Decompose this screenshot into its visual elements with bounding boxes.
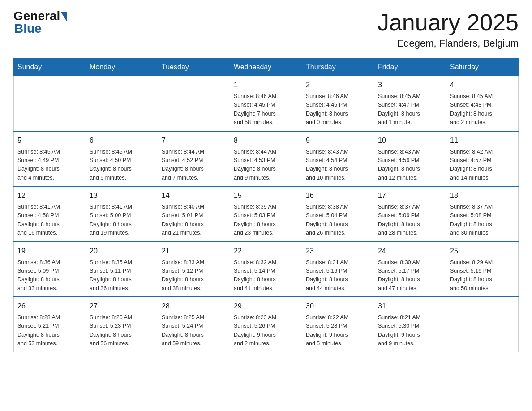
logo: General Blue bbox=[13, 9, 67, 36]
calendar-day-cell: 22Sunrise: 8:32 AM Sunset: 5:14 PM Dayli… bbox=[230, 242, 302, 297]
calendar-day-cell: 17Sunrise: 8:37 AM Sunset: 5:06 PM Dayli… bbox=[374, 186, 446, 242]
day-info: Sunrise: 8:32 AM Sunset: 5:14 PM Dayligh… bbox=[234, 258, 298, 293]
calendar-day-cell bbox=[446, 297, 519, 352]
calendar-day-cell: 18Sunrise: 8:37 AM Sunset: 5:08 PM Dayli… bbox=[446, 186, 519, 242]
day-info: Sunrise: 8:45 AM Sunset: 4:49 PM Dayligh… bbox=[17, 148, 82, 183]
day-number: 31 bbox=[378, 301, 442, 312]
calendar-day-cell: 20Sunrise: 8:35 AM Sunset: 5:11 PM Dayli… bbox=[86, 242, 158, 297]
day-info: Sunrise: 8:44 AM Sunset: 4:52 PM Dayligh… bbox=[162, 148, 226, 183]
day-info: Sunrise: 8:39 AM Sunset: 5:03 PM Dayligh… bbox=[234, 203, 298, 238]
day-number: 18 bbox=[450, 190, 515, 201]
calendar-week-row: 1Sunrise: 8:46 AM Sunset: 4:45 PM Daylig… bbox=[14, 76, 519, 131]
calendar-day-cell: 4Sunrise: 8:45 AM Sunset: 4:48 PM Daylig… bbox=[446, 76, 519, 131]
calendar-day-cell: 25Sunrise: 8:29 AM Sunset: 5:19 PM Dayli… bbox=[446, 242, 519, 297]
calendar-day-cell: 26Sunrise: 8:28 AM Sunset: 5:21 PM Dayli… bbox=[14, 297, 86, 352]
day-number: 5 bbox=[17, 135, 82, 146]
calendar-day-cell: 14Sunrise: 8:40 AM Sunset: 5:01 PM Dayli… bbox=[158, 186, 230, 242]
calendar-day-cell: 24Sunrise: 8:30 AM Sunset: 5:17 PM Dayli… bbox=[374, 242, 446, 297]
day-number: 20 bbox=[90, 246, 154, 257]
calendar-day-cell: 23Sunrise: 8:31 AM Sunset: 5:16 PM Dayli… bbox=[302, 242, 374, 297]
calendar-week-row: 19Sunrise: 8:36 AM Sunset: 5:09 PM Dayli… bbox=[14, 242, 519, 297]
calendar-day-header: Saturday bbox=[446, 59, 519, 76]
calendar-day-cell: 29Sunrise: 8:23 AM Sunset: 5:26 PM Dayli… bbox=[230, 297, 302, 352]
calendar-day-cell bbox=[14, 76, 86, 131]
logo-triangle-icon bbox=[61, 12, 67, 22]
day-number: 21 bbox=[162, 246, 226, 257]
calendar-day-cell: 6Sunrise: 8:45 AM Sunset: 4:50 PM Daylig… bbox=[86, 131, 158, 187]
day-number: 16 bbox=[306, 190, 370, 201]
calendar-day-cell bbox=[86, 76, 158, 131]
location-text: Edegem, Flanders, Belgium bbox=[378, 38, 519, 49]
day-info: Sunrise: 8:28 AM Sunset: 5:21 PM Dayligh… bbox=[17, 313, 82, 348]
day-number: 30 bbox=[306, 301, 370, 312]
day-number: 3 bbox=[378, 80, 442, 90]
day-info: Sunrise: 8:40 AM Sunset: 5:01 PM Dayligh… bbox=[162, 203, 226, 238]
day-info: Sunrise: 8:38 AM Sunset: 5:04 PM Dayligh… bbox=[306, 203, 370, 238]
day-info: Sunrise: 8:26 AM Sunset: 5:23 PM Dayligh… bbox=[90, 313, 154, 348]
calendar-day-cell: 12Sunrise: 8:41 AM Sunset: 4:58 PM Dayli… bbox=[14, 186, 86, 242]
day-info: Sunrise: 8:45 AM Sunset: 4:50 PM Dayligh… bbox=[90, 148, 154, 183]
calendar-day-cell: 16Sunrise: 8:38 AM Sunset: 5:04 PM Dayli… bbox=[302, 186, 374, 242]
day-number: 14 bbox=[162, 190, 226, 201]
day-number: 26 bbox=[17, 301, 82, 312]
calendar-table: SundayMondayTuesdayWednesdayThursdayFrid… bbox=[13, 58, 519, 352]
calendar-day-cell: 7Sunrise: 8:44 AM Sunset: 4:52 PM Daylig… bbox=[158, 131, 230, 187]
calendar-header-row: SundayMondayTuesdayWednesdayThursdayFrid… bbox=[14, 59, 519, 76]
day-number: 23 bbox=[306, 246, 370, 257]
day-info: Sunrise: 8:33 AM Sunset: 5:12 PM Dayligh… bbox=[162, 258, 226, 293]
calendar-day-cell: 15Sunrise: 8:39 AM Sunset: 5:03 PM Dayli… bbox=[230, 186, 302, 242]
day-number: 25 bbox=[450, 246, 515, 257]
calendar-day-cell: 31Sunrise: 8:21 AM Sunset: 5:30 PM Dayli… bbox=[374, 297, 446, 352]
day-number: 17 bbox=[378, 190, 442, 201]
calendar-week-row: 26Sunrise: 8:28 AM Sunset: 5:21 PM Dayli… bbox=[14, 297, 519, 352]
day-info: Sunrise: 8:45 AM Sunset: 4:48 PM Dayligh… bbox=[450, 92, 515, 127]
calendar-day-cell: 9Sunrise: 8:43 AM Sunset: 4:54 PM Daylig… bbox=[302, 131, 374, 187]
calendar-day-header: Monday bbox=[86, 59, 158, 76]
month-title: January 2025 bbox=[378, 9, 519, 36]
day-info: Sunrise: 8:46 AM Sunset: 4:45 PM Dayligh… bbox=[234, 92, 298, 127]
calendar-day-cell: 8Sunrise: 8:44 AM Sunset: 4:53 PM Daylig… bbox=[230, 131, 302, 187]
day-info: Sunrise: 8:45 AM Sunset: 4:47 PM Dayligh… bbox=[378, 92, 442, 127]
day-info: Sunrise: 8:41 AM Sunset: 4:58 PM Dayligh… bbox=[17, 203, 82, 238]
logo-blue-text: Blue bbox=[14, 21, 42, 36]
calendar-day-cell: 28Sunrise: 8:25 AM Sunset: 5:24 PM Dayli… bbox=[158, 297, 230, 352]
day-number: 12 bbox=[17, 190, 82, 201]
day-info: Sunrise: 8:30 AM Sunset: 5:17 PM Dayligh… bbox=[378, 258, 442, 293]
day-number: 19 bbox=[17, 246, 82, 257]
day-number: 4 bbox=[450, 80, 515, 90]
calendar-day-cell: 3Sunrise: 8:45 AM Sunset: 4:47 PM Daylig… bbox=[374, 76, 446, 131]
day-number: 7 bbox=[162, 135, 226, 146]
day-info: Sunrise: 8:43 AM Sunset: 4:56 PM Dayligh… bbox=[378, 148, 442, 183]
day-number: 2 bbox=[306, 80, 370, 90]
day-number: 15 bbox=[234, 190, 298, 201]
day-info: Sunrise: 8:31 AM Sunset: 5:16 PM Dayligh… bbox=[306, 258, 370, 293]
day-number: 13 bbox=[90, 190, 154, 201]
day-info: Sunrise: 8:42 AM Sunset: 4:57 PM Dayligh… bbox=[450, 148, 515, 183]
calendar-day-header: Friday bbox=[374, 59, 446, 76]
calendar-day-cell: 5Sunrise: 8:45 AM Sunset: 4:49 PM Daylig… bbox=[14, 131, 86, 187]
calendar-day-header: Thursday bbox=[302, 59, 374, 76]
day-number: 8 bbox=[234, 135, 298, 146]
day-number: 29 bbox=[234, 301, 298, 312]
day-info: Sunrise: 8:41 AM Sunset: 5:00 PM Dayligh… bbox=[90, 203, 154, 238]
title-section: January 2025 Edegem, Flanders, Belgium bbox=[378, 9, 519, 49]
day-number: 1 bbox=[234, 80, 298, 90]
day-info: Sunrise: 8:44 AM Sunset: 4:53 PM Dayligh… bbox=[234, 148, 298, 183]
day-info: Sunrise: 8:46 AM Sunset: 4:46 PM Dayligh… bbox=[306, 92, 370, 127]
day-info: Sunrise: 8:35 AM Sunset: 5:11 PM Dayligh… bbox=[90, 258, 154, 293]
day-number: 28 bbox=[162, 301, 226, 312]
calendar-day-cell: 2Sunrise: 8:46 AM Sunset: 4:46 PM Daylig… bbox=[302, 76, 374, 131]
calendar-day-cell: 10Sunrise: 8:43 AM Sunset: 4:56 PM Dayli… bbox=[374, 131, 446, 187]
day-info: Sunrise: 8:25 AM Sunset: 5:24 PM Dayligh… bbox=[162, 313, 226, 348]
calendar-day-cell bbox=[158, 76, 230, 131]
calendar-day-cell: 11Sunrise: 8:42 AM Sunset: 4:57 PM Dayli… bbox=[446, 131, 519, 187]
day-info: Sunrise: 8:22 AM Sunset: 5:28 PM Dayligh… bbox=[306, 313, 370, 348]
calendar-day-header: Tuesday bbox=[158, 59, 230, 76]
day-info: Sunrise: 8:37 AM Sunset: 5:06 PM Dayligh… bbox=[378, 203, 442, 238]
page-header: General Blue January 2025 Edegem, Flande… bbox=[13, 9, 519, 49]
calendar-day-cell: 13Sunrise: 8:41 AM Sunset: 5:00 PM Dayli… bbox=[86, 186, 158, 242]
day-info: Sunrise: 8:29 AM Sunset: 5:19 PM Dayligh… bbox=[450, 258, 515, 293]
day-info: Sunrise: 8:43 AM Sunset: 4:54 PM Dayligh… bbox=[306, 148, 370, 183]
day-info: Sunrise: 8:37 AM Sunset: 5:08 PM Dayligh… bbox=[450, 203, 515, 238]
calendar-day-cell: 27Sunrise: 8:26 AM Sunset: 5:23 PM Dayli… bbox=[86, 297, 158, 352]
